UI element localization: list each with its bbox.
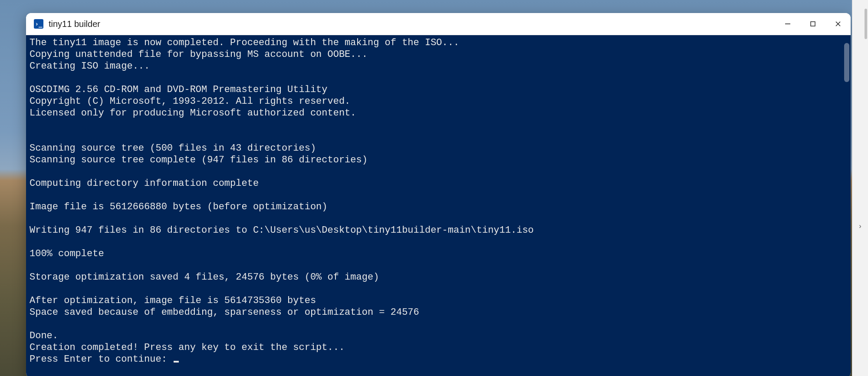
window-title: tiny11 builder [49, 19, 100, 29]
right-panel-scrollbar-thumb[interactable] [865, 9, 867, 39]
titlebar[interactable]: tiny11 builder [26, 13, 851, 35]
powershell-icon [34, 19, 43, 29]
expand-panel-button[interactable]: › [855, 221, 865, 231]
terminal-output[interactable]: The tiny11 image is now completed. Proce… [26, 35, 843, 376]
right-edge-panel: › [852, 0, 868, 376]
powershell-window: tiny11 builder The tiny11 image is now c… [26, 13, 851, 376]
maximize-button[interactable] [800, 13, 825, 35]
minimize-button[interactable] [775, 13, 800, 35]
close-button[interactable] [825, 13, 851, 35]
terminal-scrollbar[interactable] [843, 35, 851, 376]
close-icon [835, 21, 841, 27]
terminal-cursor [174, 361, 179, 363]
window-controls [775, 13, 851, 35]
client-area: The tiny11 image is now completed. Proce… [26, 35, 851, 376]
minimize-icon [785, 21, 791, 27]
svg-rect-1 [811, 22, 815, 26]
title-left: tiny11 builder [26, 19, 775, 29]
scrollbar-thumb[interactable] [844, 43, 849, 82]
chevron-right-icon: › [859, 222, 861, 230]
maximize-icon [810, 21, 816, 27]
